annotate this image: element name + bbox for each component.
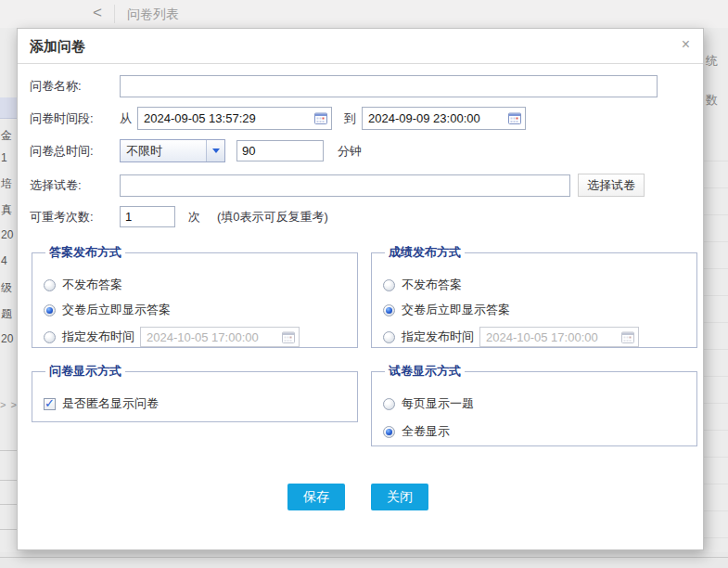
row-divider: [0, 504, 17, 505]
chevron-down-icon: [206, 140, 224, 161]
answer-publish-fieldset: 答案发布方式 不发布答案 交卷后立即显示答案 指定发布时间: [32, 244, 358, 348]
dialog-buttons-row: 保存 关闭: [30, 484, 703, 510]
close-icon[interactable]: ×: [682, 36, 690, 53]
answer-option-no-publish[interactable]: 不发布答案: [44, 277, 348, 293]
table-cell-fragment: 真: [1, 202, 12, 218]
score-publish-legend: 成绩发布方式: [385, 244, 465, 261]
radio-label: 不发布答案: [402, 277, 462, 293]
radio-label: 指定发布时间: [62, 329, 134, 345]
dialog-header: 添加问卷 ×: [18, 29, 703, 64]
select-paper-label: 选择试卷:: [30, 177, 120, 194]
checkbox-icon: [44, 398, 56, 410]
table-cell-fragment: 4: [1, 254, 7, 267]
radio-label: 指定发布时间: [402, 329, 474, 345]
page-bottom-band: [0, 552, 728, 568]
screen: < 问卷列表 金 1 培 真 20 4 级 题 20 > > 统 数 添加问卷 …: [0, 0, 728, 568]
paper-display-legend: 试卷显示方式: [385, 363, 465, 380]
to-label: 到: [344, 110, 356, 127]
checkbox-label: 是否匿名显示问卷: [62, 395, 159, 412]
from-label: 从: [120, 110, 132, 127]
paper-option-one-question-per-page[interactable]: 每页显示一题: [383, 395, 687, 412]
dialog-body: 问卷名称: 问卷时间段: 从 到: [18, 64, 703, 510]
save-button[interactable]: 保存: [287, 484, 345, 510]
total-time-label: 问卷总时间:: [30, 143, 120, 160]
radio-label: 不发布答案: [62, 277, 122, 293]
calendar-icon[interactable]: [314, 112, 327, 124]
topbar-divider: [114, 5, 115, 23]
answer-publish-legend: 答案发布方式: [45, 244, 125, 261]
start-datetime-field[interactable]: [137, 107, 332, 130]
answer-publish-datetime-field: [140, 327, 300, 347]
anonymous-display-option[interactable]: 是否匿名显示问卷: [44, 395, 348, 412]
duration-select-value: 不限时: [126, 143, 162, 160]
table-rows-fragment: [704, 135, 728, 543]
answer-option-show-after-submit[interactable]: 交卷后立即显示答案: [44, 302, 348, 318]
background-table-left-edge: 金 1 培 真 20 4 级 题 20 > >: [0, 28, 17, 553]
radio-icon: [383, 331, 395, 343]
score-publish-datetime-field: [479, 327, 639, 347]
retake-count-label: 可重考次数:: [30, 209, 120, 226]
dialog-title: 添加问卷: [30, 38, 85, 56]
pager-fragment: > >: [0, 399, 17, 410]
radio-label: 全卷显示: [402, 423, 450, 440]
survey-name-input[interactable]: [120, 75, 658, 97]
radio-icon: [44, 331, 56, 343]
retake-unit-label: 次: [188, 209, 200, 226]
page-topbar: < 问卷列表: [0, 0, 728, 28]
calendar-icon: [621, 331, 634, 343]
table-cell-fragment: 1: [1, 151, 7, 164]
close-button[interactable]: 关闭: [371, 484, 428, 510]
paper-name-input[interactable]: [120, 174, 570, 197]
table-header-fragment: [0, 97, 17, 119]
page-title: 问卷列表: [127, 6, 179, 23]
row-divider: [0, 450, 17, 451]
row-divider: [0, 529, 17, 530]
score-option-scheduled[interactable]: 指定发布时间: [383, 327, 687, 347]
paper-display-fieldset: 试卷显示方式 每页显示一题 全卷显示: [371, 363, 697, 446]
row-survey-name: 问卷名称:: [30, 75, 703, 97]
survey-display-legend: 问卷显示方式: [45, 363, 125, 380]
radio-icon: [383, 279, 395, 291]
radio-icon: [383, 398, 395, 410]
score-publish-datetime-input: [486, 330, 621, 344]
radio-icon: [383, 304, 395, 316]
end-datetime-input[interactable]: [368, 111, 508, 125]
radio-label: 每页显示一题: [402, 395, 474, 412]
score-option-no-publish[interactable]: 不发布答案: [383, 277, 687, 293]
select-paper-button[interactable]: 选择试卷: [578, 174, 645, 197]
radio-label: 交卷后立即显示答案: [62, 302, 171, 318]
answer-option-scheduled[interactable]: 指定发布时间: [44, 327, 348, 347]
background-table-right-edge: 统 数: [704, 28, 728, 553]
survey-name-label: 问卷名称:: [30, 78, 120, 95]
score-option-show-after-submit[interactable]: 交卷后立即显示答案: [383, 302, 687, 318]
retake-count-input[interactable]: [120, 206, 175, 227]
duration-select[interactable]: 不限时: [120, 139, 225, 162]
row-divider: [0, 480, 17, 481]
table-cell-fragment: 题: [1, 306, 12, 322]
minutes-input[interactable]: [236, 140, 324, 161]
paper-option-full-paper[interactable]: 全卷显示: [383, 423, 687, 440]
end-datetime-field[interactable]: [362, 107, 526, 130]
minutes-unit-label: 分钟: [338, 143, 362, 160]
row-total-time: 问卷总时间: 不限时 分钟: [30, 139, 703, 162]
back-chevron-icon[interactable]: <: [93, 4, 102, 22]
start-datetime-input[interactable]: [144, 111, 314, 125]
row-survey-period: 问卷时间段: 从 到: [30, 107, 703, 130]
survey-display-fieldset: 问卷显示方式 是否匿名显示问卷: [32, 363, 358, 422]
row-retake-count: 可重考次数: 次 (填0表示可反复重考): [30, 206, 703, 227]
retake-hint: (填0表示可反复重考): [217, 209, 328, 226]
score-publish-fieldset: 成绩发布方式 不发布答案 交卷后立即显示答案 指定发布时间: [371, 244, 697, 348]
calendar-icon[interactable]: [508, 112, 521, 124]
table-cell-fragment: 20: [1, 332, 13, 345]
radio-icon: [44, 304, 56, 316]
radio-icon: [44, 279, 56, 291]
table-cell-fragment: 20: [1, 228, 13, 241]
survey-period-label: 问卷时间段:: [30, 110, 120, 127]
row-select-paper: 选择试卷: 选择试卷: [30, 174, 703, 197]
publish-fieldsets-row: 答案发布方式 不发布答案 交卷后立即显示答案 指定发布时间: [32, 244, 703, 348]
table-cell-fragment: 金: [1, 128, 12, 144]
display-fieldsets-row: 问卷显示方式 是否匿名显示问卷 试卷显示方式 每页显示一题 全卷显示: [32, 363, 703, 446]
table-cell-fragment: 培: [1, 176, 12, 192]
radio-label: 交卷后立即显示答案: [402, 302, 510, 318]
radio-icon: [383, 426, 395, 438]
